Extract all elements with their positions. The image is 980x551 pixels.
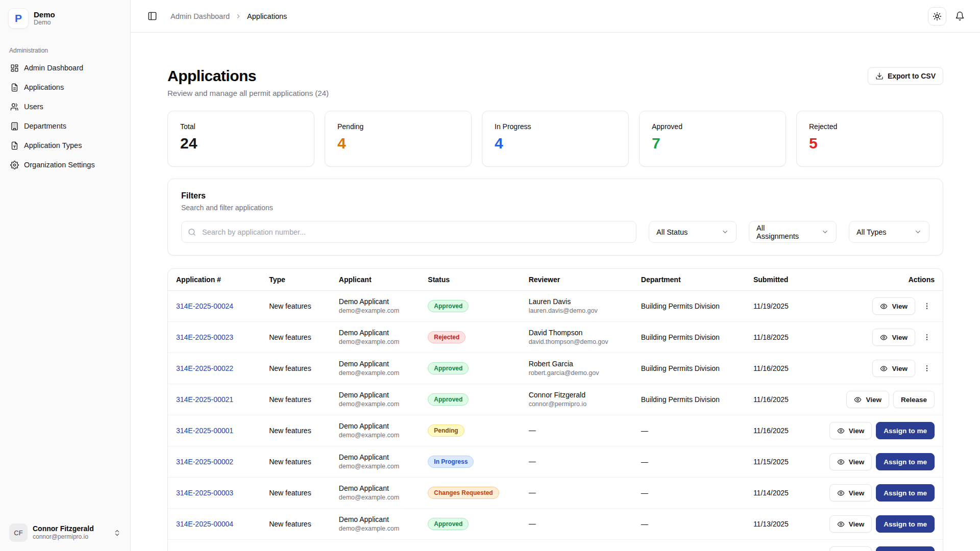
table-row: 314E-2025-00002 New features Demo Applic… <box>168 446 943 478</box>
sidebar-item-label: Departments <box>24 122 66 130</box>
department-cell: Building Permits Division <box>633 353 745 384</box>
search-input[interactable] <box>181 221 636 243</box>
col-actions: Actions <box>826 269 943 291</box>
stat-card-in-progress: In Progress 4 <box>482 111 629 167</box>
brand-name: Demo <box>34 10 55 19</box>
view-button[interactable]: View <box>829 546 872 551</box>
actions-cell: View <box>826 291 943 322</box>
file-text-icon <box>10 83 19 92</box>
col-submitted: Submitted <box>745 269 826 291</box>
row-menu-button[interactable] <box>919 330 935 345</box>
view-button[interactable]: View <box>872 297 915 315</box>
table-header-row: Application # Type Applicant Status Revi… <box>168 269 943 291</box>
application-number-link[interactable]: 314E-2025-00004 <box>176 520 233 528</box>
filters-card: Filters Search and filter applications A… <box>167 179 943 256</box>
status-badge: Changes Requested <box>428 487 499 499</box>
status-badge: Approved <box>428 518 469 530</box>
sidebar-toggle-button[interactable] <box>144 8 160 24</box>
sidebar-item-application-types[interactable]: Application Types <box>5 136 125 155</box>
assign-to-me-button[interactable]: Assign to me <box>876 422 935 439</box>
stat-value: 4 <box>337 135 459 152</box>
assign-to-me-button[interactable]: Assign to me <box>876 546 935 551</box>
application-number-link[interactable]: 314E-2025-00003 <box>176 489 233 497</box>
view-button[interactable]: View <box>872 360 915 377</box>
department-cell: Building Permits Division <box>633 291 745 322</box>
kebab-menu-icon <box>923 302 931 310</box>
sidebar-item-users[interactable]: Users <box>5 97 125 116</box>
file-type-icon <box>10 141 19 150</box>
type-cell: New features <box>261 509 331 540</box>
stat-card-total: Total 24 <box>167 111 314 167</box>
application-number-link[interactable]: 314E-2025-00002 <box>176 458 233 466</box>
page-title: Applications <box>167 67 329 85</box>
sidebar-item-applications[interactable]: Applications <box>5 78 125 97</box>
col-applicant: Applicant <box>331 269 420 291</box>
application-number-link[interactable]: 314E-2025-00022 <box>176 364 233 372</box>
eye-icon <box>880 365 888 372</box>
submitted-cell: 11/15/2025 <box>745 446 826 478</box>
status-cell: Rejected <box>420 322 520 353</box>
view-button[interactable]: View <box>872 329 915 346</box>
table-row: ViewAssign to me <box>168 540 943 551</box>
actions-cell: View <box>826 322 943 353</box>
sidebar-item-organization-settings[interactable]: Organization Settings <box>5 155 125 174</box>
panel-left-icon <box>148 11 157 21</box>
brand[interactable]: P Demo Demo <box>0 0 130 34</box>
application-number-link[interactable]: 314E-2025-00021 <box>176 395 233 404</box>
status-cell: Approved <box>420 353 520 384</box>
types-filter-select[interactable]: All Types <box>849 221 929 243</box>
chevron-down-icon <box>808 228 829 236</box>
sidebar-item-departments[interactable]: Departments <box>5 116 125 136</box>
table-body: 314E-2025-00024 New features Demo Applic… <box>168 291 943 551</box>
main-content: Applications Review and manage all permi… <box>131 33 980 551</box>
chevron-down-icon <box>901 228 922 236</box>
export-csv-button[interactable]: Export to CSV <box>868 67 943 85</box>
view-button[interactable]: View <box>846 391 889 408</box>
row-menu-button[interactable] <box>919 298 935 314</box>
building-icon <box>10 122 19 131</box>
user-menu[interactable]: CF Connor Fitzgerald connor@permipro.io <box>5 519 125 546</box>
col-type: Type <box>261 269 331 291</box>
assignments-filter-select[interactable]: All Assignments <box>749 221 837 243</box>
release-button[interactable]: Release <box>893 391 935 408</box>
assign-to-me-button[interactable]: Assign to me <box>876 484 935 502</box>
bell-icon <box>955 11 965 21</box>
notifications-button[interactable] <box>951 8 968 24</box>
reviewer-cell: Connor Fitzgerald connor@permipro.io <box>521 384 633 415</box>
theme-toggle-button[interactable] <box>928 7 946 26</box>
department-cell: — <box>633 478 745 509</box>
view-button[interactable]: View <box>829 515 872 533</box>
reviewer-cell: David Thompson david.thompson@demo.gov <box>521 322 633 353</box>
status-cell <box>420 540 520 551</box>
stats-cards: Total 24 Pending 4 In Progress 4 Approve… <box>167 111 943 167</box>
type-cell: New features <box>261 322 331 353</box>
top-bar: Admin Dashboard Applications <box>131 0 980 33</box>
reviewer-cell: — <box>521 415 633 446</box>
status-filter-select[interactable]: All Status <box>649 221 737 243</box>
stat-value: 5 <box>809 135 930 152</box>
view-button[interactable]: View <box>829 484 872 502</box>
assign-to-me-button[interactable]: Assign to me <box>876 515 935 533</box>
assign-to-me-button[interactable]: Assign to me <box>876 453 935 470</box>
application-number-link[interactable]: 314E-2025-00001 <box>176 427 233 435</box>
department-cell: Building Permits Division <box>633 322 745 353</box>
col-status: Status <box>420 269 520 291</box>
reviewer-cell: — <box>521 446 633 478</box>
reviewer-cell: — <box>521 509 633 540</box>
actions-cell: ViewAssign to me <box>826 509 943 540</box>
status-cell: Approved <box>420 509 520 540</box>
sidebar: P Demo Demo Administration Admin Dashboa… <box>0 0 131 551</box>
brand-subtitle: Demo <box>34 19 55 27</box>
breadcrumb-parent[interactable]: Admin Dashboard <box>170 12 230 20</box>
table-row: 314E-2025-00024 New features Demo Applic… <box>168 291 943 322</box>
row-menu-button[interactable] <box>919 361 935 376</box>
eye-icon <box>837 520 845 528</box>
brand-logo: P <box>8 8 29 29</box>
sidebar-item-label: Admin Dashboard <box>24 64 83 72</box>
sidebar-item-admin-dashboard[interactable]: Admin Dashboard <box>5 58 125 78</box>
view-button[interactable]: View <box>829 453 872 470</box>
application-number-link[interactable]: 314E-2025-00024 <box>176 302 233 310</box>
type-cell: New features <box>261 415 331 446</box>
view-button[interactable]: View <box>829 422 872 439</box>
application-number-link[interactable]: 314E-2025-00023 <box>176 333 233 341</box>
